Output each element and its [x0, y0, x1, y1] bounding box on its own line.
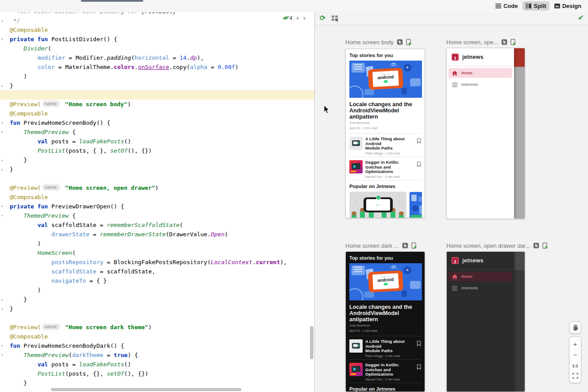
preview-card-home-screen-dark[interactable]: Top stories for you+now inandroidLocale … — [345, 251, 425, 392]
preview-label-home-screen-body[interactable]: Home screen body — [345, 38, 412, 46]
drawer-item-home[interactable]: Home — [449, 68, 512, 78]
popular-card-clipped[interactable]: Locale changes and theAndroidViewModel a… — [409, 192, 422, 218]
hero-post-title[interactable]: Locale changes and theAndroidViewModel a… — [349, 304, 421, 323]
code-line[interactable]: navigateTo = { } — [0, 276, 314, 285]
code-line[interactable]: fun PreviewHomeScreenBody() { — [0, 118, 314, 127]
preview-card-open-drawer[interactable]: ❯jetnewsHomeInterests — [446, 48, 525, 219]
code-lines[interactable]: * full-width divider with padding for [P… — [0, 12, 314, 388]
code-line[interactable] — [0, 313, 314, 323]
bookmark-icon[interactable] — [417, 138, 421, 144]
drawer-item-home[interactable]: Home — [449, 272, 512, 281]
fold-marker-collapse[interactable]: ▴ — [1, 84, 3, 88]
code-line[interactable]: } — [0, 81, 314, 90]
code-line[interactable] — [0, 90, 314, 100]
fold-marker-collapse[interactable]: ▴ — [1, 158, 3, 162]
preview-card-open-drawer-dark[interactable]: ❯jetnewsHomeInterests — [446, 251, 525, 392]
code-line[interactable]: @Composable — [0, 109, 314, 118]
code-line[interactable]: postsRepository = BlockingFakePostsRepos… — [0, 257, 314, 267]
prev-problem-button[interactable]: ∧ — [296, 15, 299, 20]
code-line[interactable]: val scaffoldState = rememberScaffoldStat… — [0, 220, 314, 230]
code-line[interactable]: } — [0, 165, 314, 174]
article-row[interactable]: Dagger in Kotlin: Gotchas andOptimizatio… — [349, 363, 421, 380]
code-line[interactable]: ) — [0, 72, 314, 81]
run-preview-on-device-icon[interactable] — [411, 242, 417, 249]
bookmark-icon[interactable] — [417, 341, 421, 346]
code-line[interactable]: @Preview(name: "Home screen dark theme") — [0, 323, 314, 332]
zoom-one-to-one-button[interactable]: 1:1 — [572, 362, 578, 369]
editor-vertical-scrollbar[interactable] — [310, 326, 313, 359]
code-line[interactable]: ) — [0, 239, 314, 248]
code-line[interactable]: } — [0, 155, 314, 165]
code-line[interactable]: PostList(posts, {}, setOf(), {}) — [0, 369, 314, 378]
code-line[interactable]: @Preview(name: "Home screen, open drawer… — [0, 183, 314, 192]
interactive-preview-icon[interactable] — [533, 242, 539, 249]
interactive-preview-icon[interactable] — [402, 242, 408, 249]
code-line[interactable]: val posts = loadFakePosts() — [0, 360, 314, 369]
code-line[interactable]: scaffoldState = scaffoldState, — [0, 267, 314, 276]
fold-marker-collapse[interactable]: ▴ — [1, 168, 3, 171]
code-line[interactable]: private fun PostListDivider() { — [0, 35, 314, 44]
pan-tool-button[interactable] — [569, 321, 581, 334]
code-line[interactable]: @Composable — [0, 25, 314, 35]
drawer-item-interests[interactable]: Interests — [449, 80, 512, 89]
fold-marker-expand[interactable]: ▾ — [1, 344, 3, 348]
preview-layout-icon[interactable] — [332, 15, 339, 23]
editor-horizontal-scrollbar[interactable] — [51, 388, 241, 391]
code-line[interactable]: drawerState = rememberDrawerState(Drawer… — [0, 230, 314, 239]
code-line[interactable]: private fun PreviewDrawerOpen() { — [0, 202, 314, 211]
preview-card-home-screen-body[interactable]: Top stories for you+now inandroidLocale … — [345, 49, 425, 218]
fold-marker-expand[interactable]: ▾ — [1, 354, 3, 357]
code-line[interactable]: } — [0, 304, 314, 313]
zoom-to-fit-button[interactable] — [573, 373, 578, 379]
hero-post-title[interactable]: Locale changes and theAndroidViewModel a… — [349, 101, 421, 120]
run-preview-on-device-icon[interactable] — [406, 39, 412, 45]
run-preview-on-device-icon[interactable] — [511, 39, 516, 45]
popular-card[interactable]: ←↑↓From JavaProgramming Langua...Florina… — [349, 192, 406, 218]
code-editor[interactable]: * full-width divider with padding for [P… — [0, 12, 314, 392]
article-row[interactable]: A Little Thing about AndroidModule Paths… — [349, 339, 421, 356]
code-line[interactable]: } — [0, 378, 314, 388]
fold-marker-collapse[interactable]: ▴ — [1, 298, 3, 301]
article-row[interactable]: A Little Thing about AndroidModule Paths… — [349, 137, 421, 154]
fold-marker-expand[interactable]: ▾ — [1, 38, 3, 41]
code-line[interactable]: Divider( — [0, 44, 314, 53]
code-line[interactable]: @Composable — [0, 332, 314, 341]
run-preview-on-device-icon[interactable] — [542, 242, 548, 249]
code-line[interactable] — [0, 174, 314, 183]
drawer-item-interests[interactable]: Interests — [449, 283, 512, 293]
refresh-preview-icon[interactable]: ⟳ — [320, 14, 325, 22]
code-line[interactable]: ThemedPreview(darkTheme = true) { — [0, 350, 314, 360]
bookmark-icon[interactable] — [417, 161, 421, 167]
code-mode-button[interactable]: Code — [492, 1, 521, 11]
fold-marker-expand[interactable]: ▾ — [1, 205, 3, 208]
code-line[interactable]: @Composable — [0, 192, 314, 202]
fold-marker-collapse[interactable]: ▴ — [1, 307, 3, 311]
code-line[interactable]: @Preview(name: "Home screen body") — [0, 100, 314, 109]
code-line[interactable]: */ — [0, 16, 314, 25]
bookmark-icon[interactable] — [417, 364, 421, 370]
preview-label-home-screen-open-drawer[interactable]: Home screen, ope... — [446, 38, 516, 46]
zoom-out-button[interactable]: − — [573, 351, 577, 358]
inspections-widget[interactable]: ✔✔4 ∧ ∨ — [282, 15, 306, 21]
code-line[interactable]: ThemedPreview { — [0, 211, 314, 220]
code-line[interactable]: val posts = loadFakePosts() — [0, 137, 314, 146]
code-line[interactable]: HomeScreen( — [0, 248, 314, 257]
code-line[interactable]: * full-width divider with padding for [P… — [0, 12, 314, 16]
article-row[interactable]: Dagger in Kotlin: Gotchas andOptimizatio… — [349, 160, 421, 177]
interactive-preview-icon[interactable] — [397, 39, 403, 45]
code-line[interactable]: ) — [0, 285, 314, 295]
preview-label-home-screen-dark[interactable]: Home screen dark ... — [345, 242, 417, 250]
fold-marker-expand[interactable]: ▾ — [1, 121, 3, 125]
split-mode-button[interactable]: Split — [522, 1, 549, 11]
fold-marker-expand[interactable]: ▾ — [1, 214, 3, 218]
zoom-in-button[interactable]: + — [573, 341, 577, 347]
code-line[interactable]: ThemedPreview { — [0, 127, 314, 137]
interactive-preview-icon[interactable] — [501, 39, 507, 45]
next-problem-button[interactable]: ∨ — [303, 15, 306, 20]
code-line[interactable]: color = MaterialTheme.colors.onSurface.c… — [0, 62, 314, 72]
design-mode-button[interactable]: Design — [551, 1, 584, 11]
preview-label-open-drawer-dark[interactable]: Home screen, open drawer dar... — [446, 242, 548, 250]
fold-marker-collapse[interactable]: ▴ — [1, 19, 3, 23]
code-line[interactable]: modifier = Modifier.padding(horizontal =… — [0, 53, 314, 62]
code-line[interactable]: fun PreviewHomeScreenBodyDark() { — [0, 341, 314, 350]
